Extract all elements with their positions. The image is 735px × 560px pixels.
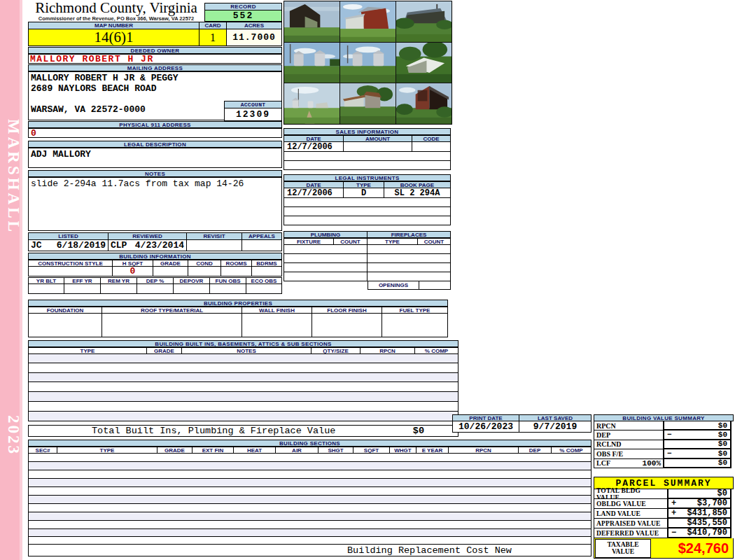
bi-hdr-qty: QTY/SIZE — [312, 347, 360, 354]
taxable-value: $24,760 — [678, 540, 729, 556]
plumbing-fireplaces: PLUMBING FIREPLACES FIXTURE COUNT TYPE C… — [284, 231, 451, 290]
bs-hdr-grade: GRADE — [158, 447, 192, 454]
sales-header-amount: AMOUNT — [344, 135, 412, 142]
tax-year-label: 2023 — [0, 400, 22, 470]
print-date-value: 10/26/2023 — [452, 421, 519, 433]
hdr-wall-finish: WALL FINISH — [242, 307, 312, 314]
ps-total-bldg-value: $0 — [718, 489, 727, 498]
bvs-rclnd-value: $0 — [718, 440, 727, 448]
account-value: 12309 — [224, 108, 282, 121]
empty-row — [28, 382, 458, 392]
photo-barn-behind-brush — [396, 1, 451, 42]
photo-brick-barn-open-bay — [396, 83, 451, 124]
taxable-label: TAXABLE VALUE — [595, 539, 651, 558]
last-saved-label: LAST SAVED — [519, 414, 592, 421]
sales-header-date: DATE — [284, 135, 344, 142]
bs-hdr-rpcn: RPCN — [449, 447, 519, 454]
bs-hdr-heat: HEAT — [234, 447, 276, 454]
sales-title: SALES INFORMATION — [284, 128, 451, 135]
bvs-rclnd-label: RCLND — [596, 440, 622, 448]
fireplaces-header-count: COUNT — [418, 238, 451, 245]
map-number-value: 14(6)1 — [28, 29, 200, 46]
hdr-construction-style: CONSTRUCTION STYLE — [28, 260, 113, 267]
empty-row — [284, 161, 451, 170]
listed-date: 6/18/2019 — [57, 240, 106, 251]
bvs-obs-label: OBS F/E — [596, 450, 623, 458]
reviewed-by: CLP — [111, 240, 127, 251]
fireplaces-header-type: TYPE — [368, 238, 418, 245]
openings-label: OPENINGS — [368, 281, 419, 290]
empty-row — [28, 412, 458, 421]
acres-value: 11.7000 — [227, 29, 282, 46]
instr-header-type: TYPE — [344, 181, 384, 188]
replacement-cost-label: Building Replacement Cost New — [347, 545, 512, 556]
commissioner-subtitle: Commissioner of the Revenue, PO Box 366,… — [28, 15, 204, 22]
instr-header-date: DATE — [284, 181, 344, 188]
mailing-address-label: MAILING ADDRESS — [28, 64, 282, 71]
empty-row — [28, 512, 592, 521]
bs-hdr-dep: DEP — [519, 447, 552, 454]
building-properties: BUILDING PROPERTIES FOUNDATION ROOF TYPE… — [28, 300, 448, 337]
card-value: 1 — [200, 29, 227, 46]
empty-row — [28, 402, 458, 412]
legal-instruments: LEGAL INSTRUMENTS DATE TYPE BOOK PAGE 12… — [284, 174, 451, 225]
mailing-line2: 2689 NAYLORS BEACH ROAD — [31, 83, 279, 94]
bvs-lcf-label: LCF — [596, 459, 610, 467]
mailing-address-box: MALLORY ROBERT H JR & PEGGY 2689 NAYLORS… — [28, 71, 282, 120]
reviewed-header: REVIEWED — [108, 232, 187, 240]
photo-barn-silhouette — [284, 1, 340, 42]
last-saved-value: 9/7/2019 — [519, 421, 592, 433]
empty-row — [28, 521, 592, 529]
empty-row — [28, 537, 592, 545]
building-value-summary: BUILDING VALUE SUMMARY RPCN $0 DEP −$0 R… — [594, 414, 734, 468]
bvs-rpcn-value: $0 — [718, 421, 727, 430]
photo-rusty-roof-sheds — [340, 83, 396, 124]
sales-information: SALES INFORMATION DATE AMOUNT CODE 12/7/… — [284, 128, 451, 170]
revisit-header: REVISIT — [187, 232, 242, 240]
hdr-floor-finish: FLOOR FINISH — [312, 307, 382, 314]
sales-code — [412, 142, 451, 152]
hdr-effyr: EFF YR — [64, 277, 101, 284]
built-ins-total-label: Total Built Ins, Plumbing & Fireplace Va… — [92, 426, 335, 436]
year-strip-edge — [20, 0, 22, 560]
record-value: 552 — [204, 10, 282, 22]
instruments-title: LEGAL INSTRUMENTS — [284, 174, 451, 181]
ps-obldg-label: OBLDG VALUE — [594, 499, 668, 509]
built-ins-section: BUILDING BUILT INS, BASEMENTS, ATTICS & … — [28, 340, 458, 437]
building-sections: BUILDING SECTIONS SEC# TYPE GRADE EXT FI… — [28, 440, 592, 556]
appeals-value — [242, 240, 282, 251]
map-number-label: MAP NUMBER — [28, 22, 200, 29]
revisit-value — [187, 240, 242, 251]
ps-deferred-value: $410,790 — [687, 528, 727, 538]
bi-hdr-type: TYPE — [28, 347, 147, 354]
plumbing-header-fixture: FIXTURE — [284, 238, 334, 245]
mailing-line1: MALLORY ROBERT H JR & PEGGY — [31, 73, 279, 83]
hdr-bdrms: BDRMS — [252, 260, 282, 267]
bs-hdr-sec: SEC# — [28, 447, 57, 454]
year-strip: MARSHALL 2023 — [0, 0, 22, 560]
bi-hdr-grade: GRADE — [147, 347, 182, 354]
hdr-ecoobs: ECO OBS — [246, 277, 282, 284]
ps-appraised-value: $435,550 — [687, 518, 727, 528]
openings-value — [419, 281, 451, 290]
deeded-owner-value: MALLORY ROBERT H JR — [28, 54, 282, 64]
record-label: RECORD — [204, 3, 282, 10]
hdr-fuel-type: FUEL TYPE — [382, 307, 448, 314]
taxable-row: TAXABLE VALUE $24,760 — [594, 538, 734, 559]
hdr-cond: COND — [188, 260, 221, 267]
building-sections-title: BUILDING SECTIONS — [28, 440, 592, 447]
hdr-funobs: FUN OBS — [210, 277, 246, 284]
building-info-title: BUILDING INFORMATION — [28, 253, 282, 260]
hdr-rooms: ROOMS — [221, 260, 252, 267]
sales-header-code: CODE — [412, 135, 451, 142]
acres-label: ACRES — [227, 22, 282, 29]
deeded-owner-label: DEEDED OWNER — [28, 47, 282, 54]
bvs-title: BUILDING VALUE SUMMARY — [594, 414, 734, 421]
county-title: Richmond County, Virginia — [28, 0, 204, 15]
building-information: BUILDING INFORMATION CONSTRUCTION STYLE … — [28, 253, 282, 294]
instr-date: 12/7/2006 — [284, 188, 344, 198]
notes-value: slide 2-294a 11.7acs from tax map 14-26 — [28, 177, 282, 231]
hdr-dep: DEP % — [137, 277, 174, 284]
photo-distant-silos-field — [284, 83, 340, 124]
empty-row — [28, 529, 592, 537]
